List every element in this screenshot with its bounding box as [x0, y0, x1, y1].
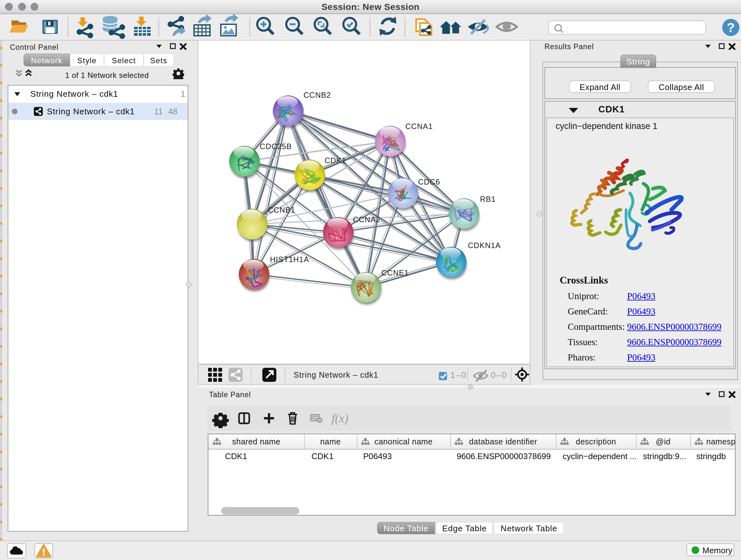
svg-text:0 – 0: 0 – 0: [491, 370, 507, 380]
svg-text:CDC25B: CDC25B: [260, 142, 292, 151]
svg-text:1 – 0: 1 – 0: [450, 370, 466, 380]
svg-text:CCNA1: CCNA1: [405, 122, 433, 131]
svg-text:CDK1: CDK1: [325, 156, 346, 165]
svg-text:CDKN1A: CDKN1A: [468, 241, 501, 250]
svg-text:CCNA2: CCNA2: [353, 215, 381, 224]
svg-text:CCNB2: CCNB2: [304, 91, 331, 99]
svg-text:RB1: RB1: [480, 195, 496, 203]
svg-text:CDC6: CDC6: [418, 178, 440, 186]
svg-text:String Network – cdk1: String Network – cdk1: [293, 370, 379, 379]
svg-text:HIST1H1A: HIST1H1A: [270, 255, 309, 264]
svg-text:f(x): f(x): [332, 412, 348, 425]
svg-text:?: ?: [727, 20, 735, 35]
svg-text:CCNE1: CCNE1: [381, 268, 409, 277]
svg-text:CCNB1: CCNB1: [268, 206, 295, 214]
